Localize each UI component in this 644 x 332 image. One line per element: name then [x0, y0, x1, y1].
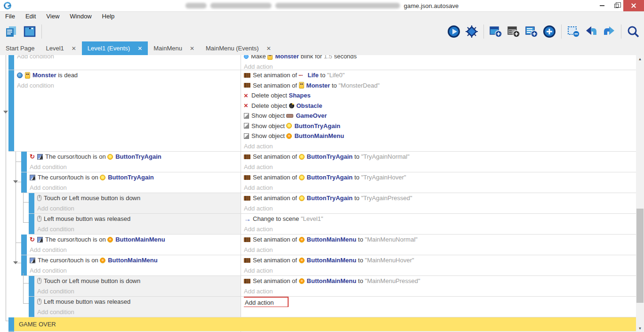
add-action-button[interactable]: Add action — [244, 162, 636, 172]
collapse-arrow-icon[interactable] — [3, 111, 8, 113]
add-condition-button[interactable]: Add condition — [37, 307, 241, 317]
restore-button[interactable] — [609, 0, 623, 11]
action-row[interactable]: Make Monster blink for 1.5 seconds — [244, 55, 636, 62]
collapse-arrow-icon[interactable] — [13, 180, 18, 183]
menu-help[interactable]: Help — [97, 12, 120, 21]
action-row[interactable]: Show object ButtonMainMenu — [244, 131, 636, 141]
add-condition-button[interactable]: Add condition — [30, 266, 241, 276]
play-button[interactable] — [446, 24, 462, 40]
event-row[interactable]: Add conditionMake Monster blink for 1.5 … — [8, 55, 636, 70]
add-action-button[interactable]: Add action — [244, 141, 636, 152]
event-row[interactable]: Touch or Left mouse button is downAdd co… — [29, 276, 636, 297]
add-condition-button[interactable]: Add condition — [37, 224, 241, 235]
condition-row[interactable]: ↻The cursor/touch is on ButtonMainMenu — [30, 235, 241, 245]
close-button[interactable] — [623, 0, 644, 11]
action-row[interactable]: ×Delete object Shapes — [244, 90, 636, 101]
add-comment-button[interactable] — [523, 24, 539, 40]
action-row[interactable]: Set animation of ButtonTryAgain to "TryA… — [244, 172, 636, 183]
action-row[interactable]: Set animation of •••Life to "Life0" — [244, 70, 636, 81]
action-row[interactable]: Set animation of ButtonTryAgain to "TryA… — [244, 152, 636, 162]
debug-button[interactable] — [464, 24, 480, 40]
tab-mainmenu-events-[interactable]: MainMenu (Events)✕ — [200, 41, 277, 55]
action-row[interactable]: Set animation of ButtonMainMenu to "Main… — [244, 276, 636, 286]
minimize-button[interactable] — [595, 0, 609, 11]
redo-button[interactable] — [601, 24, 617, 40]
menu-window[interactable]: Window — [64, 12, 97, 21]
action-row[interactable]: →Change to scene "Level1" — [244, 214, 636, 224]
event-row[interactable]: The cursor/touch is on ButtonTryAgainAdd… — [21, 172, 636, 193]
add-action-button[interactable]: Add action — [244, 203, 636, 214]
action-row[interactable]: Show object GameOver — [244, 111, 636, 121]
scroll-up-icon[interactable]: ▲ — [636, 55, 644, 63]
scroll-down-icon[interactable]: ▼ — [636, 324, 644, 332]
tab-close-icon[interactable]: ✕ — [137, 46, 142, 51]
add-action-button[interactable]: Add action — [244, 286, 636, 297]
tab-close-icon[interactable]: ✕ — [190, 46, 194, 51]
add-condition-button[interactable]: Add condition — [37, 286, 241, 297]
add-action-button[interactable]: Add action — [244, 183, 636, 193]
add-action-button[interactable]: Add action — [244, 62, 636, 70]
add-event-button[interactable] — [488, 24, 504, 40]
action-row[interactable]: Set animation of ButtonTryAgain to "TryA… — [244, 193, 636, 203]
add-action-button[interactable]: Add action — [244, 224, 636, 235]
tab-level1[interactable]: Level1✕ — [40, 41, 81, 55]
search-button[interactable] — [625, 24, 641, 40]
action-row[interactable]: Show object ButtonTryAgain — [244, 121, 636, 131]
collapse-arrow-icon[interactable] — [13, 261, 18, 264]
add-action-button[interactable]: Add action — [244, 245, 636, 255]
add-condition-button[interactable]: Add condition — [17, 81, 241, 91]
parameter-value: "MainMenuPressed" — [365, 277, 420, 284]
tab-start-page[interactable]: Start Page — [0, 41, 40, 55]
menu-file[interactable]: File — [0, 12, 20, 21]
undo-button[interactable] — [583, 24, 599, 40]
condition-row[interactable]: The cursor/touch is on ButtonMainMenu — [30, 255, 241, 266]
tab-mainmenu[interactable]: MainMenu✕ — [148, 41, 200, 55]
instruction-text: to — [319, 72, 327, 79]
condition-row[interactable]: ↻The cursor/touch is on ButtonTryAgain — [30, 152, 241, 162]
tree-line — [6, 55, 6, 321]
tab-close-icon[interactable]: ✕ — [72, 46, 76, 51]
add-action-button[interactable]: Add action — [244, 266, 636, 276]
add-condition-button[interactable]: Add condition — [30, 162, 241, 172]
condition-row[interactable]: Left mouse button was released — [37, 297, 241, 307]
condition-row[interactable]: Left mouse button was released — [37, 214, 241, 224]
conditions-cell: Left mouse button was releasedAdd condit… — [34, 297, 241, 317]
placeholder-text: Add condition — [30, 246, 67, 253]
event-row[interactable]: ↻The cursor/touch is on ButtonMainMenuAd… — [21, 235, 636, 255]
event-bar — [29, 276, 34, 296]
add-subevent-button[interactable] — [506, 24, 522, 40]
event-row[interactable]: ↻The cursor/touch is on ButtonTryAgainAd… — [21, 152, 636, 172]
comment-row[interactable]: GAME OVER — [8, 317, 636, 332]
tab-level1-events-[interactable]: Level1 (Events)✕ — [82, 41, 148, 55]
add-circle-button[interactable] — [541, 24, 557, 40]
event-row[interactable]: Monster is deadAdd conditionSet animatio… — [8, 70, 636, 152]
condition-row[interactable]: The cursor/touch is on ButtonTryAgain — [30, 172, 241, 183]
menu-edit[interactable]: Edit — [20, 12, 41, 21]
condition-row[interactable]: Monster is dead — [17, 70, 241, 81]
scene-editor-button[interactable] — [22, 24, 38, 40]
menu-view[interactable]: View — [41, 12, 64, 21]
setanim-icon — [244, 154, 250, 159]
add-condition-button[interactable]: Add condition — [30, 245, 241, 255]
redacted-title-segment — [185, 3, 207, 8]
event-row[interactable]: Left mouse button was releasedAdd condit… — [29, 214, 636, 235]
action-row[interactable]: Set animation of Monster to "MonsterDead… — [244, 81, 636, 91]
vertical-scrollbar[interactable]: ▲ ▼ — [636, 55, 644, 332]
action-row[interactable]: Set animation of ButtonMainMenu to "Main… — [244, 235, 636, 245]
condition-row[interactable]: Touch or Left mouse button is down — [37, 276, 241, 286]
tab-close-icon[interactable]: ✕ — [266, 46, 271, 51]
remove-event-button[interactable] — [565, 24, 581, 40]
project-manager-button[interactable] — [3, 24, 19, 40]
add-condition-button[interactable]: Add condition — [17, 55, 241, 62]
add-action-button[interactable]: Add action — [244, 297, 636, 307]
add-condition-button[interactable]: Add condition — [37, 203, 241, 214]
scrollbar-thumb[interactable] — [636, 209, 644, 303]
action-row[interactable]: ×Delete object Obstacle — [244, 101, 636, 111]
event-row[interactable]: Touch or Left mouse button is downAdd co… — [29, 193, 636, 214]
object-name: Monster — [32, 72, 56, 79]
action-row[interactable]: Set animation of ButtonMainMenu to "Main… — [244, 255, 636, 266]
event-row[interactable]: The cursor/touch is on ButtonMainMenuAdd… — [21, 255, 636, 276]
add-condition-button[interactable]: Add condition — [30, 183, 241, 193]
event-row[interactable]: Left mouse button was releasedAdd condit… — [29, 297, 636, 317]
condition-row[interactable]: Touch or Left mouse button is down — [37, 193, 241, 203]
